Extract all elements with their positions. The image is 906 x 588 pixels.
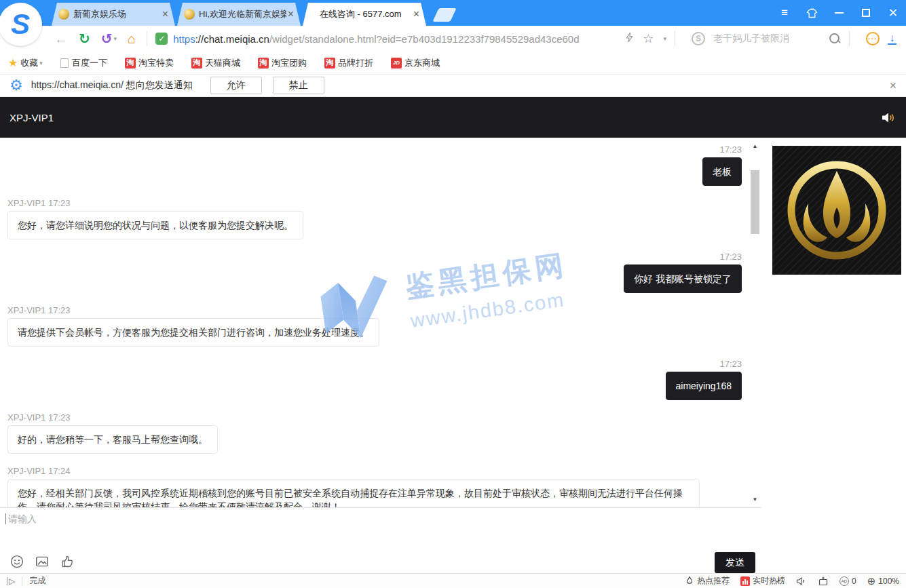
tab-close-icon[interactable]: ×	[161, 9, 170, 20]
scroll-up-icon[interactable]: ▲	[749, 140, 761, 151]
agent-message: XPJ-VIP1 17:23 您好，请您详细说明您的状况与问题，以便客服为您提交…	[7, 198, 742, 239]
allow-button[interactable]: 允许	[210, 77, 262, 94]
sogou-browser-logo[interactable]: S	[0, 3, 42, 46]
divider	[849, 31, 850, 46]
bookmark-brand-discount[interactable]: 淘 品牌打折	[324, 57, 373, 69]
emoji-icon[interactable]	[10, 554, 24, 572]
media-bar	[7, 577, 7, 585]
address-bar[interactable]: https://chat.meiqia.cn/widget/standalone…	[173, 33, 579, 45]
download-icon[interactable]: ↓	[888, 33, 896, 45]
agent-bubble: 您好，经相关部门反馈，我司风控系统近期稽核到您的账号目前已被安全系统自动捕捉存在…	[7, 479, 700, 507]
bookmark-tmall[interactable]: 淘 天猫商城	[191, 57, 240, 69]
jd-icon: JD	[391, 58, 402, 68]
tab-xinpujing[interactable]: 新葡京娱乐场 ×	[52, 3, 175, 26]
tab-title: Hi,欢迎光临新葡京娱樂場	[199, 8, 286, 20]
realtime-hot-item[interactable]: 实时热榜	[740, 575, 785, 587]
media-play-icon[interactable]: ▷	[7, 576, 15, 586]
zoom-control[interactable]: ⊕ 100%	[867, 575, 899, 587]
bookmark-jd[interactable]: JD 京东商城	[391, 57, 440, 69]
chat-header: XPJ-VIP1	[0, 97, 906, 138]
sound-toggle[interactable]	[796, 576, 807, 587]
download-bar	[888, 43, 896, 45]
bookmark-label: 淘宝特卖	[138, 57, 174, 69]
menu-icon[interactable]: ≡	[778, 7, 791, 19]
url-scheme: https	[173, 33, 195, 45]
skin-tshirt-icon[interactable]	[806, 7, 818, 19]
image-upload-icon[interactable]	[35, 554, 50, 572]
sogou-s-glyph: S	[11, 10, 30, 39]
scrollbar[interactable]: ▲ ▼	[749, 138, 761, 507]
send-button[interactable]: 发送	[715, 552, 755, 573]
gold-coin-favicon	[184, 9, 195, 20]
chevron-down-icon[interactable]: ▾	[663, 35, 666, 42]
agent-message: XPJ-VIP1 17:23 好的，请您稍等一下，客服马上帮您查询哦。	[7, 412, 742, 454]
close-icon[interactable]: ×	[887, 7, 899, 19]
agent-title: XPJ-VIP1	[10, 112, 54, 123]
agent-message: XPJ-VIP1 17:24 您好，经相关部门反馈，我司风控系统近期稽核到您的账…	[7, 466, 742, 507]
favorites-label: 收藏	[20, 57, 38, 69]
agent-bubble: 好的，请您稍等一下，客服马上帮您查询哦。	[7, 425, 218, 454]
lightning-icon[interactable]	[624, 32, 635, 45]
divider	[675, 31, 675, 46]
visitor-bubble: 你好 我都账号被锁定了	[624, 264, 742, 293]
tab-close-icon[interactable]: ×	[286, 9, 295, 20]
chat-message-area: 17:23 老板 XPJ-VIP1 17:23 您好，请您详细说明您的状况与问题…	[0, 138, 906, 507]
speaker-small-icon	[796, 576, 807, 587]
tab-welcome[interactable]: Hi,欢迎光临新葡京娱樂場 ×	[177, 3, 301, 26]
divider	[147, 31, 147, 46]
agent-message: XPJ-VIP1 17:23 请您提供下会员帐号，方便客服为您提交相关部门进行咨…	[7, 305, 742, 347]
chat-input[interactable]: 请输入	[5, 513, 616, 541]
undo-icon[interactable]: ↺	[101, 31, 113, 47]
deny-button[interactable]: 禁止	[273, 77, 324, 94]
bookmark-star-icon[interactable]: ☆	[643, 31, 654, 46]
minimize-icon[interactable]	[833, 7, 845, 19]
maximize-icon[interactable]	[860, 7, 872, 19]
url-host: ://chat.meiqia.cn	[195, 33, 269, 45]
bookmark-label: 品牌打折	[338, 57, 373, 69]
close-icon[interactable]: ×	[889, 79, 896, 93]
bar-chart-icon	[740, 576, 750, 586]
bookmark-taobao-sale[interactable]: 淘 淘宝特卖	[125, 57, 174, 69]
hot-recommend-item[interactable]: 热点推荐	[685, 575, 730, 587]
tab-close-icon[interactable]: ×	[412, 9, 421, 20]
scroll-down-icon[interactable]: ▼	[749, 494, 761, 505]
bookmarks-bar: ★ 收藏 ▾ 百度一下 淘 淘宝特卖 淘 天猫商城 淘 淘宝团购 淘 品牌打折 …	[0, 52, 906, 75]
undo-history-control[interactable]: ↺ ▾	[101, 31, 117, 47]
tab-title: 新葡京娱乐场	[73, 8, 161, 20]
realtime-hot-label: 实时热榜	[753, 575, 785, 587]
message-time: 17:23	[7, 252, 742, 262]
download-arrow: ↓	[890, 33, 895, 43]
extensions-icon[interactable]: ···	[866, 32, 880, 45]
visitor-bubble: 老板	[702, 157, 742, 186]
thumbs-up-icon[interactable]	[60, 554, 75, 572]
visitor-bubble: aimeiying168	[666, 372, 742, 400]
sogou-search-icon: S	[692, 32, 705, 45]
tab-online-chat-active[interactable]: 在线咨询 - 6577.com ×	[303, 3, 426, 26]
security-shield-icon[interactable]: ✓	[155, 33, 168, 45]
visitor-message: 17:23 aimeiying168	[7, 359, 742, 400]
message-meta: XPJ-VIP1 17:23	[7, 412, 742, 423]
message-meta: XPJ-VIP1 17:23	[7, 198, 742, 208]
flame-icon	[685, 576, 694, 586]
back-icon[interactable]: ←	[54, 32, 68, 45]
chevron-down-icon[interactable]: ▾	[114, 35, 117, 42]
new-tab-button[interactable]	[432, 8, 456, 22]
ad-block-counter[interactable]: JD AD 0	[839, 576, 856, 586]
bookmark-label: 百度一下	[72, 57, 107, 69]
message-list: 17:23 老板 XPJ-VIP1 17:23 您好，请您详细说明您的状况与问题…	[0, 138, 749, 507]
bookmark-taobao-group[interactable]: 淘 淘宝团购	[258, 57, 307, 69]
speaker-icon[interactable]	[882, 112, 896, 123]
brand-logo-image	[772, 146, 901, 275]
ad-count: 0	[852, 576, 856, 586]
search-input[interactable]: 老干妈儿子被限消	[713, 33, 820, 45]
page-icon	[60, 58, 69, 68]
bookmark-baidu[interactable]: 百度一下	[60, 57, 107, 69]
search-icon[interactable]	[829, 33, 841, 45]
scrollbar-thumb[interactable]	[751, 170, 759, 234]
visitor-message: 17:23 老板	[7, 144, 742, 186]
reload-icon[interactable]: ↻	[79, 32, 90, 45]
add-box-tool[interactable]	[818, 576, 829, 587]
visitor-message: 17:23 你好 我都账号被锁定了	[7, 252, 742, 293]
favorites-menu[interactable]: ★ 收藏 ▾	[8, 56, 43, 69]
home-icon[interactable]: ⌂	[128, 32, 136, 45]
